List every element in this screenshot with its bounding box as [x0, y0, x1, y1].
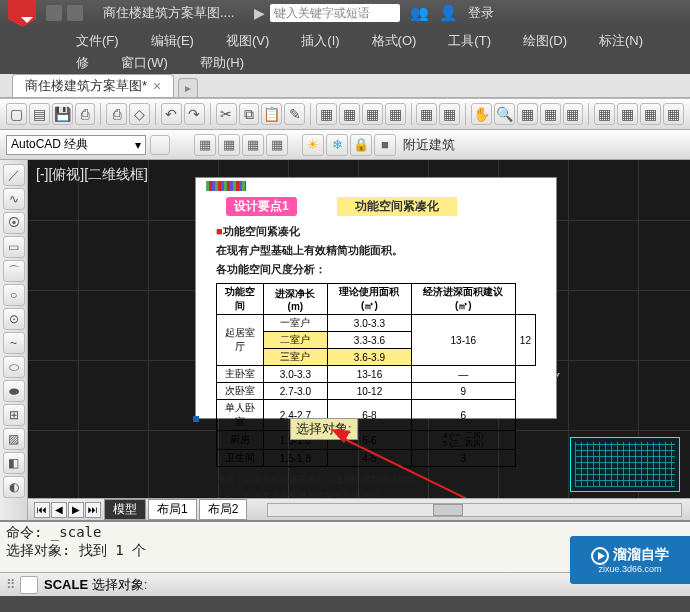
menu-format[interactable]: 格式(O) [356, 30, 433, 52]
layer-name[interactable]: 附近建筑 [403, 136, 455, 154]
workspace-select[interactable]: AutoCAD 经典 ▾ [6, 135, 146, 155]
t3[interactable]: ⦿ [3, 212, 25, 234]
spline-tool[interactable]: ~ [3, 332, 25, 354]
t11[interactable]: ⊞ [3, 404, 25, 426]
drawing-canvas[interactable]: [-][俯视][二维线框] Y 设计要点1 功能空间紧凑化 ■功能空间紧凑化 在… [28, 160, 690, 520]
gear-icon[interactable] [150, 135, 170, 155]
saveas-button[interactable]: ⎙ [75, 103, 96, 125]
h-scrollbar[interactable] [267, 503, 682, 517]
layer-b4[interactable]: ▦ [266, 134, 288, 156]
b7[interactable]: ▦ [517, 103, 538, 125]
scroll-thumb[interactable] [433, 504, 463, 516]
viewport-label[interactable]: [-][俯视][二维线框] [36, 166, 148, 184]
menu-window[interactable]: 窗口(W) [105, 52, 184, 74]
qat-dropdown-icon[interactable]: ▶ [254, 5, 265, 21]
t13[interactable]: ◧ [3, 452, 25, 474]
chevron-down-icon: ▾ [135, 138, 141, 152]
close-icon[interactable]: × [153, 78, 161, 94]
b12[interactable]: ▦ [640, 103, 661, 125]
badge-title: 功能空间紧凑化 [337, 197, 457, 216]
plot-button[interactable]: ⎙ [106, 103, 127, 125]
embed-footnote1: 说明：1. 该分析系以常见户型使用情况与统计对照； [196, 471, 556, 488]
b4[interactable]: ▦ [385, 103, 406, 125]
preview-button[interactable]: ◇ [129, 103, 150, 125]
menu-help[interactable]: 帮助(H) [184, 52, 260, 74]
paste-button[interactable]: 📋 [261, 103, 282, 125]
undo-button[interactable]: ↶ [161, 103, 182, 125]
layer-b3[interactable]: ▦ [242, 134, 264, 156]
document-tab[interactable]: 商住楼建筑方案草图* × [12, 74, 174, 97]
lightbulb-icon[interactable]: ☀ [302, 134, 324, 156]
selection-handle[interactable] [193, 416, 199, 422]
tab-nav-last[interactable]: ⏭ [85, 502, 101, 518]
menu-insert[interactable]: 插入(I) [285, 30, 355, 52]
t10[interactable]: ⬬ [3, 380, 25, 402]
embedded-image[interactable]: 设计要点1 功能空间紧凑化 ■功能空间紧凑化 在现有户型基础上有效精简功能面积。… [196, 178, 556, 418]
layout-tabs: ⏮ ◀ ▶ ⏭ 模型 布局1 布局2 [28, 498, 690, 520]
color-icon[interactable]: ■ [374, 134, 396, 156]
b5[interactable]: ▦ [416, 103, 437, 125]
match-button[interactable]: ✎ [284, 103, 305, 125]
b2[interactable]: ▦ [339, 103, 360, 125]
zoom-button[interactable]: 🔍 [494, 103, 515, 125]
b13[interactable]: ▦ [663, 103, 684, 125]
b6[interactable]: ▦ [439, 103, 460, 125]
standard-toolbar: ▢ ▤ 💾 ⎙ ⎙ ◇ ↶ ↷ ✂ ⧉ 📋 ✎ ▦ ▦ ▦ ▦ ▦ ▦ ✋ 🔍 … [0, 98, 690, 130]
qat-btn[interactable] [46, 5, 62, 21]
tab-nav-first[interactable]: ⏮ [34, 502, 50, 518]
freeze-icon[interactable]: ❄ [326, 134, 348, 156]
t7[interactable]: ⊙ [3, 308, 25, 330]
layer-b1[interactable]: ▦ [194, 134, 216, 156]
save-button[interactable]: 💾 [52, 103, 73, 125]
menu-file[interactable]: 文件(F) [60, 30, 135, 52]
b11[interactable]: ▦ [617, 103, 638, 125]
lock-icon[interactable]: 🔒 [350, 134, 372, 156]
rect-tool[interactable]: ▭ [3, 236, 25, 258]
title-bar: 商住楼建筑方案草图.... ▶ 键入关键字或短语 👥 👤 登录 [0, 0, 690, 26]
login-link[interactable]: 登录 [468, 4, 494, 22]
circle-tool[interactable]: ○ [3, 284, 25, 306]
polyline-tool[interactable]: ∿ [3, 188, 25, 210]
menu-annot[interactable]: 标注(N) [583, 30, 659, 52]
menu-tool[interactable]: 工具(T) [432, 30, 507, 52]
badge-design-point: 设计要点1 [226, 197, 297, 216]
redo-button[interactable]: ↷ [184, 103, 205, 125]
minimap[interactable] [570, 437, 680, 492]
window-title: 商住楼建筑方案草图.... [103, 4, 234, 22]
pan-button[interactable]: ✋ [471, 103, 492, 125]
hatch-tool[interactable]: ▨ [3, 428, 25, 450]
arc-tool[interactable]: ⌒ [3, 260, 25, 282]
t14[interactable]: ◐ [3, 476, 25, 498]
b10[interactable]: ▦ [594, 103, 615, 125]
app-logo[interactable] [8, 0, 36, 27]
b1[interactable]: ▦ [316, 103, 337, 125]
user-icon[interactable]: 👤 [439, 4, 458, 22]
cut-button[interactable]: ✂ [216, 103, 237, 125]
watermark-url: zixue.3d66.com [598, 564, 661, 574]
qat-btn[interactable] [67, 5, 83, 21]
open-button[interactable]: ▤ [29, 103, 50, 125]
line-tool[interactable]: ／ [3, 164, 25, 186]
b8[interactable]: ▦ [540, 103, 561, 125]
menu-modify[interactable]: 修 [60, 52, 105, 74]
grip-icon[interactable]: ⠿ [6, 577, 14, 592]
tab-layout1[interactable]: 布局1 [148, 499, 197, 520]
copy-button[interactable]: ⧉ [239, 103, 260, 125]
tab-nav-prev[interactable]: ◀ [51, 502, 67, 518]
embed-table: 功能空间进深净长 (m)理论使用面积 (㎡)经济进深面积建议 (㎡) 起居室厅一… [216, 283, 536, 467]
b9[interactable]: ▦ [563, 103, 584, 125]
tab-model[interactable]: 模型 [104, 499, 146, 520]
layer-b2[interactable]: ▦ [218, 134, 240, 156]
ellipse-tool[interactable]: ⬭ [3, 356, 25, 378]
menu-edit[interactable]: 编辑(E) [135, 30, 210, 52]
tab-layout2[interactable]: 布局2 [199, 499, 248, 520]
menu-draw[interactable]: 绘图(D) [507, 30, 583, 52]
help-search-input[interactable]: 键入关键字或短语 [270, 4, 400, 22]
tab-nav-next[interactable]: ▶ [68, 502, 84, 518]
b3[interactable]: ▦ [362, 103, 383, 125]
status-icon[interactable] [20, 576, 38, 594]
new-button[interactable]: ▢ [6, 103, 27, 125]
menu-view[interactable]: 视图(V) [210, 30, 285, 52]
search-icon[interactable]: 👥 [410, 4, 429, 22]
new-tab-button[interactable]: ▸ [178, 78, 198, 97]
